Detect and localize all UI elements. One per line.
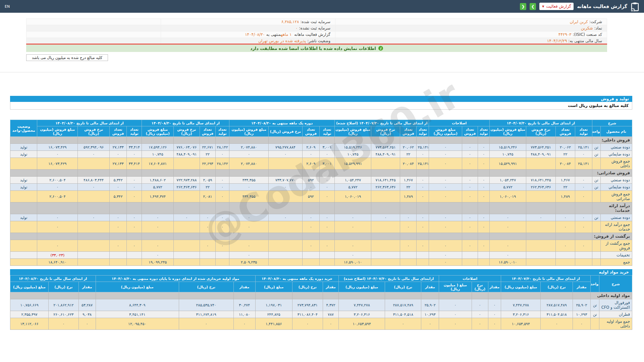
- section-cell: [335, 137, 371, 144]
- value-cell: [417, 259, 429, 266]
- language-toggle[interactable]: EN: [5, 4, 10, 9]
- column-header: تعداد فروش: [200, 126, 215, 137]
- previous-report-button[interactable]: ❮: [520, 3, 526, 10]
- value-cell: ۰: [37, 151, 78, 158]
- report-type-label: گزارش فعالیت: [546, 4, 571, 9]
- column-header: نرخ (ریال): [472, 282, 488, 292]
- value-cell: ۰: [173, 214, 200, 221]
- value-cell: ۱۵,۵۱۹,۲۴۶: [490, 144, 526, 151]
- data-row: دوده ضایعاتيتن۰۲۲۴۸۸,۴۰۹,۰۹۱۱۰,۷۴۵۰۰۰۰۲۲…: [10, 151, 632, 158]
- value-cell: ۰: [575, 221, 592, 233]
- value-cell: ۳,۴۵۱,۱۴۱: [96, 311, 179, 318]
- signature-notice-banner: i اطلاعات نمایش داده شده با اطلاعات امضا…: [26, 45, 607, 52]
- section-row: مواد اولیه داخلی: [10, 292, 632, 299]
- value-cell: ۰: [429, 240, 462, 252]
- value-cell: ۰: [320, 184, 335, 191]
- section-cell: [142, 137, 173, 144]
- value-cell: ۳۱۱,۰۸۶,۴۰۴: [292, 311, 323, 318]
- value-cell: ۲۷,۱۳۳: [109, 158, 126, 170]
- unit-header: واحد: [592, 126, 600, 137]
- column-header: مقدار: [421, 282, 439, 292]
- column-header: نرخ فروش (ریال): [173, 126, 200, 137]
- next-report-button[interactable]: ❯: [530, 3, 536, 10]
- value-cell: [371, 240, 400, 252]
- section-cell: [429, 233, 462, 240]
- field-label: کد صنعت (ISIC):: [573, 32, 602, 37]
- section-cell: [429, 137, 462, 144]
- value-cell: ۳۳,۴۱۴: [127, 144, 142, 151]
- value-cell: [269, 252, 303, 259]
- section-cell: [556, 170, 575, 177]
- value-cell: ۳,۲۰۶,۳۱۶: [501, 311, 541, 318]
- period-value: ۱ ماهه: [281, 32, 291, 37]
- column-header: نرخ (ریال): [179, 282, 233, 292]
- value-cell: [556, 252, 575, 259]
- value-cell: ۱,۴۶۷: [400, 177, 417, 184]
- section-row: برگشت از فروش:: [10, 233, 632, 240]
- value-cell: ۰: [229, 221, 269, 233]
- section-cell: [109, 137, 126, 144]
- info-row: کد صنعت (ISIC):۴۴۲۹۰۳ گزارش فعالیت ماهان…: [26, 32, 607, 38]
- section-cell: [37, 137, 78, 144]
- value-cell: ۱,۰۵۴,۲۴۷: [335, 177, 371, 184]
- column-header: تعداد فروش: [109, 126, 126, 137]
- value-cell: ۰: [229, 151, 269, 158]
- section-cell: [173, 233, 200, 240]
- column-header: مبلغ (میلیون ریال): [10, 282, 49, 292]
- field-label: سال مالی منتهی به:: [568, 39, 602, 43]
- value-cell: ۰: [417, 177, 429, 184]
- value-cell: ۰: [37, 184, 78, 191]
- value-cell: ۰: [526, 214, 555, 221]
- field-label: منتهی به: [266, 32, 281, 37]
- value-cell: ۱۷,۶۰۴,۸۷۱: [142, 158, 173, 170]
- amounts-unit-note: کلیه مبالغ درج شده به میلیون ریال می باش…: [26, 54, 108, 61]
- value-cell: [575, 252, 592, 259]
- section-cell: [429, 170, 462, 177]
- raw-materials-table-container: شرحواحداز ابتدای سال مالی تا تاریخ ۱۴۰۴/…: [10, 275, 632, 330]
- value-cell: ۲۶۲,۳۶۳,۶۳۶: [173, 184, 200, 191]
- section-cell: [269, 137, 303, 144]
- info-icon: i: [378, 46, 383, 51]
- value-cell: ۰: [216, 214, 229, 221]
- data-row: قطرانتن۱۰,۲۹۳۳۱۱,۵۰۴,۵۱۸۳,۲۰۶,۳۱۶۰۰۰۱۰,۲…: [10, 311, 632, 318]
- value-cell: ۰: [109, 151, 126, 158]
- status-cell: [10, 259, 37, 266]
- column-header: مبلغ (ریال): [255, 282, 292, 292]
- row-label: دوده صنعتي: [600, 214, 632, 221]
- value-cell: ۳۱۱,۵۰۴,۵۱۸: [541, 311, 573, 318]
- value-cell: ۰: [429, 214, 462, 221]
- data-row: فورفورال اکستراکت و CFOتن۲۵,۹۰۲۲۸۷,۵۱۷,۴…: [10, 299, 632, 311]
- value-cell: ۵,۷۷۲: [142, 184, 173, 191]
- value-cell: ۰: [200, 240, 215, 252]
- column-header: مقدار: [233, 282, 255, 292]
- period-group-header: مواد اولیه خریداری شده از ابتدای دوره تا…: [96, 276, 255, 282]
- value-cell: [526, 259, 555, 266]
- report-type-dropdown[interactable]: گزارش فعالیت ▼: [539, 3, 574, 10]
- raw-materials-title-bar: خرید مواد اولیه: [10, 269, 632, 275]
- column-header: نرخ (ریال): [49, 282, 79, 292]
- column-header: نرخ فروش (ریال): [526, 126, 555, 137]
- value-cell: [78, 191, 109, 202]
- status-cell: تولید: [10, 177, 37, 184]
- section-cell: [255, 292, 292, 299]
- section-cell: [200, 202, 215, 214]
- value-cell: ۰: [269, 151, 303, 158]
- value-cell: ۰: [229, 184, 269, 191]
- section-cell: [216, 137, 229, 144]
- period-group-header: از ابتدای سال مالی تا تاریخ ۱۴۰۴/۰۷/۳۰ (…: [335, 120, 429, 126]
- value-cell: [526, 221, 555, 233]
- value-cell: ۱۱,۰۸۰: [233, 311, 255, 318]
- unit-cell: [592, 158, 600, 170]
- value-cell: ۱۰,۷۴۵: [335, 151, 371, 158]
- company-info-section: شرکت:کربن ایران سرمایه ثبت شده:۶,۳۸۵,۱۲۸…: [26, 18, 607, 61]
- value-cell: ۱۸,۶۴۰,۹۱۰: [37, 259, 78, 266]
- value-cell: ۰: [302, 240, 319, 252]
- value-cell: ۰: [417, 191, 429, 202]
- value-cell: ۰: [439, 299, 472, 311]
- section-cell: [49, 292, 79, 299]
- value-cell: [302, 252, 319, 259]
- report-clipboard-icon: [631, 2, 639, 11]
- value-cell: ۰: [400, 240, 417, 252]
- value-cell: ۱۰,۷۴۵: [142, 151, 173, 158]
- value-cell: ۲,۶۰۰,۵۰۴: [37, 191, 78, 202]
